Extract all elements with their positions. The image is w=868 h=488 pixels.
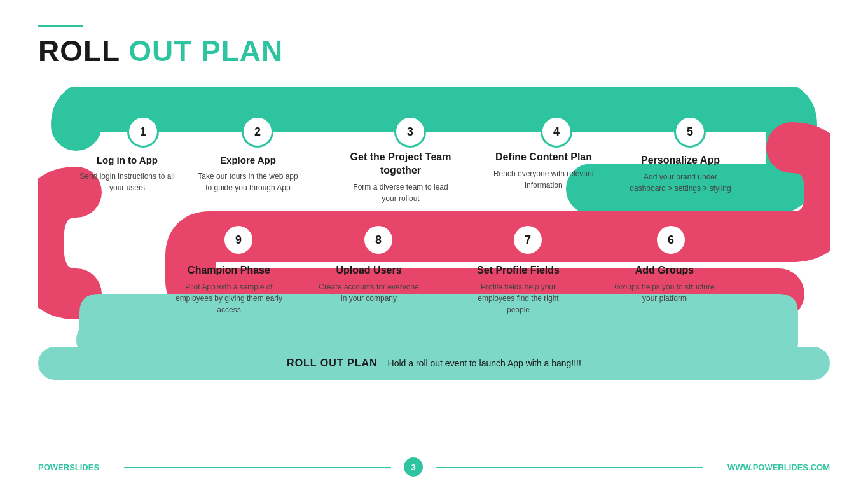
title-area: ROLL OUT PLAN [38, 25, 830, 68]
brand-black: POWER [38, 463, 69, 472]
title-green: OUT PLAN [128, 34, 283, 67]
footer-center: 3 [124, 457, 703, 477]
footer-page-number: 3 [404, 457, 423, 477]
title-accent-line [38, 25, 83, 27]
step-content-3: Get the Project Team together Form a div… [347, 151, 455, 204]
step-4-desc: Reach everyone with relevant information [493, 168, 595, 191]
road-banner: ROLL OUT PLAN Hold a roll out event to l… [38, 347, 830, 380]
step-9-title: Champion Phase [175, 264, 283, 277]
step-circle-3: 3 [394, 116, 426, 148]
banner-desc: Hold a roll out event to launch App with… [388, 358, 581, 368]
slide-title: ROLL OUT PLAN [38, 34, 830, 68]
step-content-1: Log in to App Send login instructions to… [76, 154, 178, 193]
step-circle-9: 9 [223, 224, 254, 256]
step-circle-1: 1 [127, 116, 159, 148]
brand-green: SLIDES [69, 463, 99, 472]
step-1-desc: Send login instructions to all your user… [76, 171, 178, 193]
step-circle-5: 5 [674, 116, 706, 148]
step-content-9: Champion Phase Pilot App with a sample o… [175, 264, 283, 316]
step-3-desc: Form a diverse team to lead your rollout [347, 181, 455, 204]
footer-line-left [124, 467, 391, 468]
banner-title: ROLL OUT PLAN [287, 358, 377, 369]
footer-brand: POWERSLIDES [38, 463, 99, 472]
step-8-title: Upload Users [318, 264, 420, 277]
step-circle-8: 8 [362, 224, 394, 256]
step-5-desc: Add your brand under dashboard > setting… [630, 171, 731, 194]
step-4-title: Define Content Plan [493, 151, 595, 164]
step-content-6: Add Groups Groups helps you to structure… [614, 264, 715, 304]
step-3-title: Get the Project Team together [347, 151, 455, 178]
step-9-desc: Pilot App with a sample of employees by … [175, 281, 283, 316]
step-5-title: Personalize App [630, 154, 731, 167]
step-6-title: Add Groups [614, 264, 715, 277]
footer-line-right [436, 467, 703, 468]
step-circle-2: 2 [242, 116, 273, 148]
step-2-desc: Take our tours in the web app to guide y… [197, 171, 299, 193]
step-circle-6: 6 [655, 224, 687, 256]
slide: ROLL OUT PLAN 1 2 [0, 0, 868, 488]
step-1-title: Log in to App [76, 154, 178, 167]
step-2-title: Explore App [197, 154, 299, 167]
title-black: ROLL [38, 34, 128, 67]
step-circle-4: 4 [541, 116, 572, 148]
step-6-desc: Groups helps you to structure your platf… [614, 281, 715, 304]
step-7-title: Set Profile Fields [467, 264, 569, 277]
step-7-desc: Profile fields help your employees find … [467, 281, 569, 316]
step-content-8: Upload Users Create accounts for everyon… [318, 264, 420, 304]
step-8-desc: Create accounts for everyone in your com… [318, 281, 420, 304]
footer-website: WWW.POWERLIDES.COM [727, 463, 830, 472]
step-content-2: Explore App Take our tours in the web ap… [197, 154, 299, 193]
footer: POWERSLIDES 3 WWW.POWERLIDES.COM [38, 457, 830, 477]
step-content-4: Define Content Plan Reach everyone with … [493, 151, 595, 191]
step-content-7: Set Profile Fields Profile fields help y… [467, 264, 569, 316]
step-content-5: Personalize App Add your brand under das… [630, 154, 731, 194]
road-container: 1 2 3 4 5 Log in to App Send login instr… [38, 87, 830, 386]
step-circle-7: 7 [512, 224, 544, 256]
